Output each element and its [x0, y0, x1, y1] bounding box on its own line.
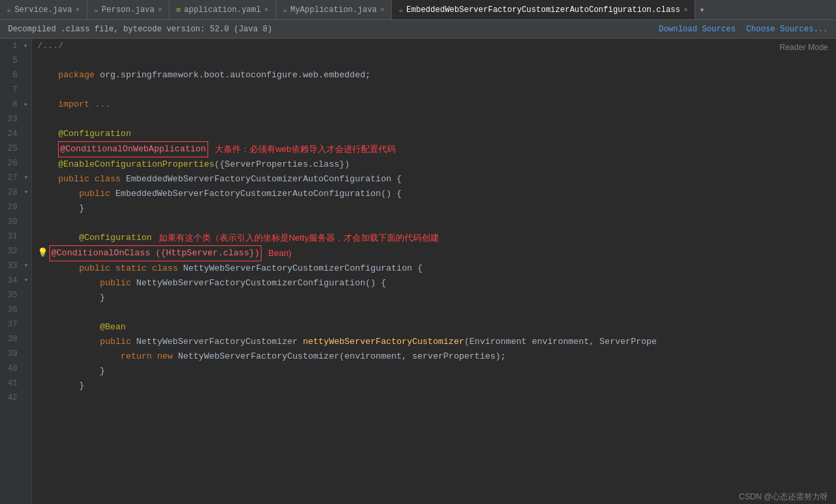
code-line-41: }: [32, 379, 836, 393]
fold-34[interactable]: ▾: [21, 273, 31, 288]
tab-person-close[interactable]: ×: [158, 6, 163, 14]
fold-33[interactable]: ▾: [21, 259, 31, 273]
code-line-8: import ...: [32, 97, 836, 112]
choose-sources-link[interactable]: Choose Sources...: [747, 25, 828, 34]
line-num-24: 24: [0, 127, 21, 141]
line-num-8: 8: [0, 97, 21, 112]
line-num-26: 26: [0, 156, 21, 171]
code-line-32: 💡 @ConditionalOnClass ({HttpServer.class…: [32, 245, 836, 261]
tab-person-label: Person.java: [101, 5, 154, 15]
line-num-1: 1: [0, 39, 21, 53]
tab-embedded-close[interactable]: ×: [684, 6, 689, 14]
code-line-6: package org.springframework.boot.autocon…: [32, 68, 836, 83]
cn-comment-line31: 如果有这个类（表示引入的坐标是Netty服务器，才会加载下面的代码创建: [159, 231, 439, 245]
line-num-40: 40: [0, 361, 21, 376]
line-num-42: 42: [0, 391, 21, 405]
lightbulb-icon: 💡: [37, 246, 48, 261]
tab-yaml-close[interactable]: ×: [264, 6, 269, 14]
line-num-31: 31: [0, 229, 21, 244]
tab-yaml-label: application.yaml: [184, 5, 261, 15]
editor: 1▸ 5 6 7 8▸ 23 24 25 26 27▾ 28▾ 29 30 31…: [0, 39, 836, 504]
line-num-37: 37: [0, 317, 21, 332]
code-line-7: [32, 83, 836, 97]
code-line-28: public EmbeddedWebServerFactoryCustomize…: [32, 187, 836, 201]
myapp-icon: ☕: [283, 5, 288, 14]
credit-text: CSDN @心态还需努力呀: [739, 492, 828, 501]
info-bar-actions: Download Sources Choose Sources...: [659, 25, 828, 34]
code-line-25: @ConditionalOnWebApplication 大条件：必须有web依…: [32, 141, 836, 157]
code-line-34: public NettyWebServerFactoryCustomizerCo…: [32, 276, 836, 291]
tab-myapp-label: MyApplication.java: [290, 5, 377, 15]
line-num-34: 34: [0, 273, 21, 288]
code-line-40: }: [32, 364, 836, 379]
code-line-29: }: [32, 201, 836, 216]
code-line-27: public class EmbeddedWebServerFactoryCus…: [32, 172, 836, 187]
fold-1[interactable]: ▸: [21, 39, 31, 53]
code-line-1: /.../: [32, 39, 836, 53]
code-line-24: @Configuration: [32, 127, 836, 141]
info-bar: Decompiled .class file, bytecode version…: [0, 20, 836, 39]
tab-service-label: Service.java: [15, 5, 72, 15]
line-num-35: 35: [0, 288, 21, 303]
line-num-39: 39: [0, 347, 21, 361]
code-line-37: @Bean: [32, 320, 836, 335]
code-line-36: [32, 305, 836, 320]
line-num-32: 32: [0, 244, 21, 259]
code-line-33: public static class NettyWebServerFactor…: [32, 261, 836, 276]
tab-embedded[interactable]: ☕ EmbeddedWebServerFactoryCustomizerAuto…: [392, 0, 695, 19]
code-line-30: [32, 216, 836, 231]
fold-28[interactable]: ▾: [21, 185, 31, 200]
fold-27[interactable]: ▾: [21, 171, 31, 185]
code-line-35: }: [32, 291, 836, 305]
embedded-icon: ☕: [398, 5, 403, 14]
conditional-class-box: @ConditionalOnClass ({HttpServer.class}): [49, 245, 262, 261]
code-line-42: [32, 393, 836, 408]
line-num-36: 36: [0, 303, 21, 317]
bottom-bar: CSDN @心态还需努力呀: [731, 490, 836, 504]
line-num-25: 25: [0, 141, 21, 156]
tab-bar: ☕ Service.java × ☕ Person.java × ⚙ appli…: [0, 0, 836, 20]
code-line-39: return new NettyWebServerFactoryCustomiz…: [32, 349, 836, 364]
line-num-33: 33: [0, 259, 21, 273]
line-num-27: 27: [0, 171, 21, 185]
tab-yaml[interactable]: ⚙ application.yaml ×: [169, 0, 276, 19]
line-number-gutter: 1▸ 5 6 7 8▸ 23 24 25 26 27▾ 28▾ 29 30 31…: [0, 39, 32, 504]
tab-myapp[interactable]: ☕ MyApplication.java ×: [276, 0, 392, 19]
code-line-26: @EnableConfigurationProperties ({ServerP…: [32, 157, 836, 172]
cn-comment-line32: Bean): [268, 246, 292, 261]
line-num-38: 38: [0, 332, 21, 347]
cn-comment-line25: 大条件：必须有web依赖导入才会进行配置代码: [215, 142, 396, 157]
tab-service-close[interactable]: ×: [75, 6, 80, 14]
line-num-41: 41: [0, 376, 21, 391]
code-line-23: [32, 112, 836, 127]
yaml-icon: ⚙: [176, 5, 181, 14]
line-num-28: 28: [0, 185, 21, 200]
line-num-5: 5: [0, 53, 21, 68]
decompiled-notice: Decompiled .class file, bytecode version…: [8, 25, 272, 34]
person-icon: ☕: [94, 5, 99, 14]
download-sources-link[interactable]: Download Sources: [659, 25, 735, 34]
conditional-web-box: @ConditionalOnWebApplication: [58, 141, 207, 157]
fold-8[interactable]: ▸: [21, 97, 31, 112]
code-line-31: @Configuration 如果有这个类（表示引入的坐标是Netty服务器，才…: [32, 231, 836, 245]
tab-embedded-label: EmbeddedWebServerFactoryCustomizerAutoCo…: [406, 5, 680, 15]
tab-overflow-button[interactable]: ▾: [695, 0, 709, 19]
line-num-6: 6: [0, 68, 21, 83]
line-num-30: 30: [0, 215, 21, 229]
tab-service[interactable]: ☕ Service.java ×: [0, 0, 87, 19]
code-line-5: [32, 53, 836, 68]
line-num-29: 29: [0, 200, 21, 215]
code-area: Reader Mode /.../ package org.springfram…: [32, 39, 836, 504]
code-line-38: public NettyWebServerFactoryCustomizer n…: [32, 335, 836, 349]
fold-comment-text: /.../: [37, 39, 63, 53]
line-num-7: 7: [0, 83, 21, 97]
tab-person[interactable]: ☕ Person.java ×: [87, 0, 169, 19]
service-icon: ☕: [7, 5, 11, 14]
tab-myapp-close[interactable]: ×: [380, 6, 385, 14]
line-num-23: 23: [0, 112, 21, 127]
